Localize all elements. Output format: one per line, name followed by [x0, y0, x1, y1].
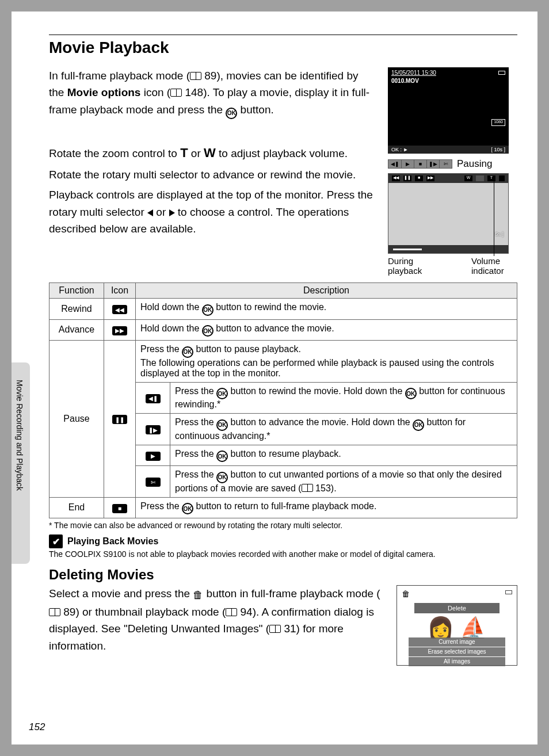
ok-icon: OK: [405, 388, 417, 399]
delete-dialog-screen: 🗑 Delete 👩 ⛵ Current image Erase selecte…: [396, 585, 517, 666]
rewind-icon: ◀◀: [392, 175, 400, 181]
pause-r4c: 153).: [313, 483, 337, 493]
volume-indicator-label: Volume indicator: [471, 256, 517, 276]
pause-icon: ❚❚: [403, 175, 411, 181]
zoom-w: W: [204, 146, 216, 160]
delete-option-selected: Erase selected images: [409, 647, 505, 656]
intro-p1c: button.: [237, 104, 273, 116]
ok-icon: OK: [202, 325, 214, 337]
ok-icon: OK: [226, 108, 237, 119]
rewind-icon: ◀◀: [112, 305, 127, 314]
battery-icon: [505, 590, 512, 594]
battery-icon: [498, 71, 505, 75]
del-c: 89) or thumbnail playback mode (: [60, 606, 226, 618]
page-title: Movie Playback: [49, 39, 517, 57]
trash-icon: 🗑: [402, 589, 410, 598]
ok-icon: OK: [216, 419, 228, 431]
footnote: * The movie can also be advanced or rewo…: [49, 521, 517, 530]
controls-table: Function Icon Description Rewind ◀◀ Hold…: [49, 282, 517, 518]
lcd-date: 15/05/2011 15:30: [391, 70, 436, 76]
ok-icon: OK: [413, 419, 424, 431]
lcd-filename: 0010.MOV: [391, 78, 419, 84]
frame-rewind-icon: ◀❚: [146, 394, 161, 403]
lcd2-time: 5s ]: [495, 231, 504, 237]
cell-pause-func: Pause: [49, 341, 104, 498]
pause-intro3: The following operations can be performe…: [140, 358, 494, 378]
lcd-duration: [ 10s ]: [491, 147, 505, 152]
pausing-label: Pausing: [457, 158, 492, 170]
vol-bar-icon: [476, 175, 484, 181]
top-rule: [49, 35, 517, 35]
frame-advance-icon: ❚▶: [146, 425, 161, 434]
intro-p1a: In full-frame playback mode (: [49, 70, 190, 82]
book-icon: [49, 608, 60, 616]
book-icon: [269, 625, 281, 633]
delete-menu-header: Delete: [414, 603, 500, 613]
del-b: button in full-frame playback mode (: [203, 587, 380, 600]
intro-p2b: to adjust playback volume.: [216, 147, 348, 159]
book-icon: [170, 89, 182, 97]
pause-intro2: button to pause playback.: [193, 344, 301, 354]
intro-p1b: icon (: [140, 86, 170, 98]
pause-r2a: Press the: [175, 417, 216, 427]
intro-or2: or: [153, 206, 169, 218]
during-playback-label: During playback: [388, 256, 440, 276]
delete-option-current: Current image: [409, 637, 505, 647]
lcd-screen-2: ◀◀ ❚❚ ■ ▶▶ W T 5s ]: [388, 173, 509, 254]
side-tab: Movie Recording and Playback: [12, 362, 30, 564]
page-number: 152: [29, 721, 45, 733]
advance-desc-a: Hold down the: [140, 323, 202, 333]
rewind-desc-b: button to rewind the movie.: [214, 302, 327, 312]
advance-desc-b: button to advance the movie.: [214, 323, 334, 333]
intro-text: In full-frame playback mode ( 89), movie…: [49, 67, 376, 276]
lcd-ok-hint: OK : ►: [391, 147, 408, 152]
cut-icon: ✄: [146, 478, 161, 487]
rewind-desc-a: Hold down the: [140, 302, 202, 312]
note-title: Playing Back Movies: [67, 536, 158, 547]
volume-callout-line: [494, 181, 494, 256]
ok-icon: OK: [216, 472, 228, 483]
intro-p3: Rotate the rotary multi selector to adva…: [49, 166, 376, 183]
vol-w-icon: W: [464, 175, 472, 181]
ok-icon: OK: [182, 503, 193, 514]
ok-icon: OK: [182, 346, 193, 358]
pause-r1b: button to rewind the movie. Hold down th…: [228, 386, 405, 396]
pause-icon: ❚❚: [112, 415, 127, 424]
frame-advance-icon: ❚▶: [426, 160, 439, 168]
pause-r4a: Press the: [175, 469, 216, 479]
battery-icon: [499, 175, 505, 181]
triangle-right-icon: [169, 209, 175, 216]
note-text: The COOLPIX S9100 is not able to playbac…: [49, 549, 517, 559]
pause-r3b: button to resume playback.: [228, 449, 341, 459]
play-icon: ▶: [401, 160, 414, 168]
end-desc-b: button to return to full-frame playback …: [193, 501, 376, 511]
pause-r2b: button to advance the movie. Hold down t…: [228, 417, 413, 427]
note-badge-icon: ✔: [49, 534, 63, 548]
illustration-column: 15/05/2011 15:30 0010.MOV 1080 OK : ► [ …: [388, 67, 517, 276]
movie-options-bold: Movie options: [67, 86, 141, 98]
triangle-left-icon: [147, 209, 153, 216]
th-description: Description: [136, 283, 517, 299]
cut-icon: ✄: [439, 160, 452, 168]
end-desc-a: Press the: [140, 501, 182, 511]
pause-intro1: Press the: [140, 344, 182, 354]
cell-end-func: End: [49, 497, 104, 518]
delete-option-all: All images: [409, 657, 505, 666]
side-tab-label: Movie Recording and Playback: [15, 380, 24, 491]
photo-line-drawing: 👩 ⛵: [409, 616, 505, 639]
lcd-screen-1: 15/05/2011 15:30 0010.MOV 1080 OK : ► [ …: [388, 67, 509, 154]
book-icon: [226, 608, 237, 616]
ok-icon: OK: [216, 450, 228, 462]
deleting-text: Select a movie and press the 🗑 button in…: [49, 585, 385, 666]
pause-r1a: Press the: [175, 386, 216, 396]
deleting-title: Deleting Movies: [49, 567, 517, 583]
play-icon: ▶: [146, 452, 161, 461]
th-function: Function: [49, 283, 104, 299]
vol-t-icon: T: [487, 175, 495, 181]
advance-icon: ▶▶: [426, 175, 434, 181]
pause-control-bar: ◀❚ ▶ ■ ❚▶ ✄: [388, 159, 452, 169]
intro-p2a: Rotate the zoom control to: [49, 147, 180, 159]
stop-icon: ■: [414, 160, 426, 168]
frame-rewind-icon: ◀❚: [388, 160, 401, 168]
book-icon: [190, 72, 201, 80]
